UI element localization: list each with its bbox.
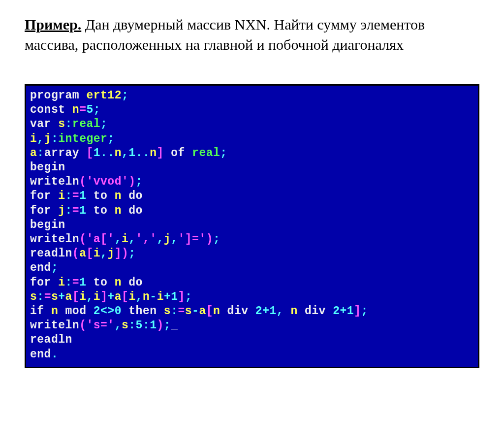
tok: n (213, 305, 220, 318)
tok: const (30, 103, 72, 116)
tok: - (150, 290, 157, 303)
tok: , (115, 233, 122, 246)
tok: i (94, 247, 100, 260)
tok: begin (30, 219, 65, 231)
tok: ( (79, 319, 86, 332)
tok: , (136, 290, 143, 303)
tok: if (30, 305, 51, 318)
tok: , (171, 233, 178, 246)
tok: 1 (128, 147, 135, 160)
tok: ; (100, 118, 107, 130)
tok: , (115, 319, 122, 332)
tok: for (30, 204, 58, 217)
tok: real (72, 118, 100, 130)
tok: , (100, 247, 107, 260)
tok: writeln (30, 319, 79, 332)
tok: 5 (86, 103, 93, 116)
tok: .. (100, 147, 115, 160)
tok: n (51, 305, 58, 318)
tok: 2 (255, 305, 262, 318)
tok: begin (30, 161, 65, 174)
tok: ; (136, 175, 143, 188)
tok: do (122, 204, 143, 217)
tok (284, 305, 290, 318)
tok: ']=' (178, 233, 206, 246)
tok: i (128, 290, 135, 303)
tok: : (171, 305, 178, 318)
tok: : (65, 190, 72, 202)
tok: : (65, 204, 72, 217)
tok: n (72, 103, 79, 116)
tok: writeln (30, 175, 79, 188)
tok: : (143, 319, 150, 332)
tok: n (115, 190, 122, 202)
tok: var (30, 118, 58, 130)
tok: i (122, 233, 128, 246)
tok: readln (30, 333, 72, 346)
tok: , (157, 233, 164, 246)
tok: = (72, 190, 79, 202)
tok: ) (157, 319, 164, 332)
tok: : (65, 276, 72, 289)
tok: j (107, 247, 114, 260)
tok: program (30, 89, 86, 102)
code-block: program ert12; const n=5; var s:real; i,… (25, 84, 479, 368)
tok: <> (100, 305, 115, 318)
tok: s (58, 118, 65, 130)
tok: + (262, 305, 269, 318)
tok: 1 (269, 305, 276, 318)
tok: ; (51, 261, 58, 274)
tok: - (192, 305, 199, 318)
tok: for (30, 276, 58, 289)
tok: 5 (136, 319, 143, 332)
tok: ( (79, 233, 86, 246)
tok: + (58, 290, 65, 303)
tok: i (157, 290, 164, 303)
tok: [ (122, 290, 128, 303)
tok: 2 (333, 305, 340, 318)
tok: then (122, 305, 164, 318)
tok: j (58, 204, 65, 217)
tok: ; (122, 89, 128, 102)
tok: ; (128, 247, 135, 260)
tok: ( (72, 247, 79, 260)
tok: ; (164, 319, 171, 332)
tok: 1 (94, 147, 100, 160)
tok: ( (79, 175, 86, 188)
tok: . (51, 348, 58, 361)
tok: , (128, 233, 135, 246)
tok: i (79, 290, 86, 303)
tok: .. (136, 147, 150, 160)
tok: ; (185, 290, 192, 303)
tok: j (164, 233, 171, 246)
tok: j (44, 132, 51, 145)
tok: = (44, 290, 51, 303)
tok: ; (94, 103, 100, 116)
tok: n (115, 276, 122, 289)
tok: = (178, 305, 185, 318)
tok: [ (86, 247, 93, 260)
tok: s (30, 290, 37, 303)
tok: 1 (347, 305, 354, 318)
tok: ) (206, 233, 213, 246)
tok: : (37, 290, 44, 303)
tok: a (199, 305, 206, 318)
tok: readln (30, 247, 72, 260)
tok: ] (100, 290, 107, 303)
tok: s (122, 319, 128, 332)
tok: ert12 (86, 89, 122, 102)
tok: array (44, 147, 87, 160)
problem-body: Дан двумерный массив NXN. Найти сумму эл… (25, 16, 425, 53)
tok: ] (178, 290, 185, 303)
tok: [ (86, 147, 93, 160)
tok: , (37, 132, 44, 145)
tok: 1 (150, 319, 157, 332)
tok: mod (58, 305, 94, 318)
tok: ; (213, 233, 220, 246)
tok: 1 (79, 276, 86, 289)
tok: : (128, 319, 135, 332)
tok: n (150, 147, 157, 160)
tok: 'vvod' (86, 175, 128, 188)
tok: div (220, 305, 255, 318)
tok: n (143, 290, 150, 303)
